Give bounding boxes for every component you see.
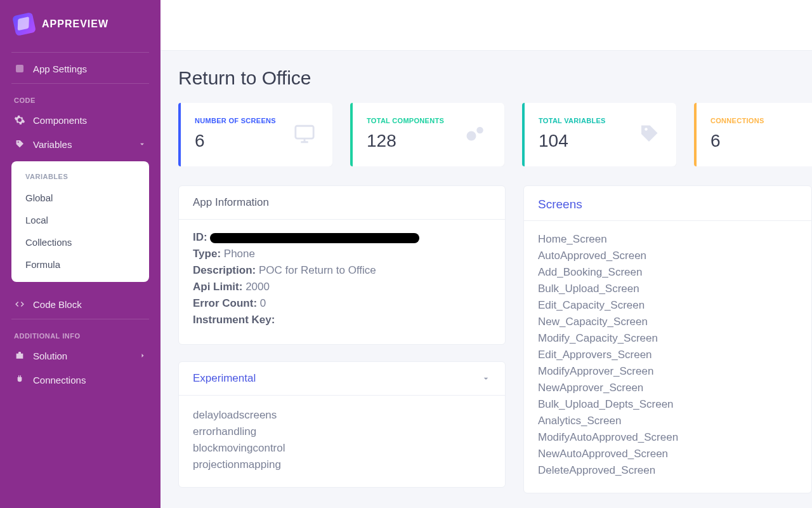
experimental-item: projectionmapping <box>193 457 491 473</box>
screen-item[interactable]: Analytics_Screen <box>538 413 797 429</box>
sidebar-item-components[interactable]: Components <box>0 108 160 132</box>
chevron-right-icon <box>139 352 147 359</box>
kv-type: Type: Phone <box>193 248 491 260</box>
plug-icon <box>14 374 25 385</box>
sidebar-heading-code: CODE <box>0 88 160 108</box>
sidebar-item-code-block[interactable]: Code Block <box>0 292 160 316</box>
screen-item[interactable]: ModifyApprover_Screen <box>538 363 797 380</box>
gear-icon <box>14 114 25 126</box>
sidebar-item-label: Variables <box>33 139 72 150</box>
kv-description: Description: POC for Return to Office <box>193 264 491 277</box>
screen-item[interactable]: Edit_Approvers_Screen <box>538 347 797 363</box>
stat-label: CONNECTIONS <box>710 117 764 124</box>
screen-item[interactable]: Add_Booking_Screen <box>538 264 797 281</box>
svg-rect-1 <box>296 126 313 138</box>
screen-item[interactable]: DeleteApproved_Screen <box>538 462 797 479</box>
panel-header-app-info[interactable]: App Information <box>179 186 505 220</box>
kv-id: ID: <box>193 231 491 244</box>
stat-value: 104 <box>539 131 606 151</box>
topbar <box>160 0 812 51</box>
sidebar-item-label: Connections <box>33 375 86 385</box>
submenu-item-global[interactable]: Global <box>11 187 149 209</box>
screen-item[interactable]: New_Capacity_Screen <box>538 314 797 330</box>
screen-item[interactable]: NewApprover_Screen <box>538 380 797 396</box>
stat-value: 6 <box>195 131 276 151</box>
sidebar-heading-additional: ADDITIONAL INFO <box>0 323 160 344</box>
experimental-item: errorhandling <box>193 424 491 440</box>
divider <box>11 52 149 53</box>
stat-label: TOTAL COMPONENTS <box>367 117 444 124</box>
main: Return to Office NUMBER OF SCREENS 6 TOT… <box>160 0 812 508</box>
submenu-item-local[interactable]: Local <box>11 209 149 231</box>
kv-error-count: Error Count: 0 <box>193 297 491 310</box>
sidebar-item-label: Solution <box>33 351 67 361</box>
gears-icon <box>461 123 489 145</box>
briefcase-icon <box>14 350 25 361</box>
page-title: Return to Office <box>178 67 812 89</box>
stat-label: NUMBER OF SCREENS <box>195 117 276 124</box>
experimental-panel: Experimental delayloadscreens errorhandl… <box>178 361 506 488</box>
chevron-down-icon <box>138 140 147 149</box>
variables-submenu: VARIABLES Global Local Collections Formu… <box>11 161 149 282</box>
screen-item[interactable]: NewAutoApproved_Screen <box>538 446 797 462</box>
stat-value: 6 <box>710 131 764 151</box>
sidebar-item-solution[interactable]: Solution <box>0 344 160 368</box>
sidebar-item-label: Code Block <box>33 299 82 310</box>
stat-card-variables: TOTAL VARIABLES 104 <box>522 103 676 166</box>
stat-card-connections: CONNECTIONS 6 <box>694 103 812 166</box>
sidebar-item-connections[interactable]: Connections <box>0 368 160 392</box>
svg-point-3 <box>476 127 483 134</box>
svg-rect-0 <box>16 65 23 72</box>
tag-icon <box>14 138 25 150</box>
content: Return to Office NUMBER OF SCREENS 6 TOT… <box>160 51 812 506</box>
panel-header-experimental[interactable]: Experimental <box>179 362 505 396</box>
tag-icon <box>637 123 661 145</box>
sidebar-item-variables[interactable]: Variables <box>0 132 160 156</box>
redacted-id <box>210 233 419 243</box>
screen-item[interactable]: Bulk_Upload_Depts_Screen <box>538 396 797 413</box>
screen-item[interactable]: Bulk_Upload_Screen <box>538 281 797 297</box>
screen-item[interactable]: Modify_Capacity_Screen <box>538 330 797 347</box>
app-icon <box>14 63 25 74</box>
screen-item[interactable]: AutoApproved_Screen <box>538 248 797 264</box>
brand-title: APPREVIEW <box>42 18 108 30</box>
submenu-heading: VARIABLES <box>11 170 149 187</box>
stat-row: NUMBER OF SCREENS 6 TOTAL COMPONENTS 128 <box>178 103 812 166</box>
panel-title: Experimental <box>193 372 256 385</box>
stat-label: TOTAL VARIABLES <box>539 117 606 124</box>
code-icon <box>14 298 25 310</box>
svg-point-2 <box>467 131 476 141</box>
divider <box>11 319 149 319</box>
stat-value: 128 <box>367 131 444 151</box>
submenu-item-formula[interactable]: Formula <box>11 253 149 276</box>
submenu-item-collections[interactable]: Collections <box>11 231 149 253</box>
sidebar: APPREVIEW App Settings CODE Components V… <box>0 0 160 508</box>
monitor-icon <box>292 123 317 145</box>
chevron-down-icon <box>481 373 491 384</box>
panel-header-screens[interactable]: Screens <box>524 186 811 221</box>
brand-logo-icon <box>12 12 36 36</box>
screen-item[interactable]: ModifyAutoApproved_Screen <box>538 429 797 446</box>
experimental-item: blockmovingcontrol <box>193 440 491 457</box>
sidebar-item-label: Components <box>33 115 87 126</box>
sidebar-item-label: App Settings <box>33 64 87 74</box>
app-info-panel: App Information ID: Type: Phone Descript… <box>178 185 506 345</box>
stat-card-screens: NUMBER OF SCREENS 6 <box>178 103 332 166</box>
experimental-item: delayloadscreens <box>193 407 491 424</box>
kv-api-limit: Api Limit: 2000 <box>193 281 491 293</box>
divider <box>11 83 149 84</box>
screens-panel: Screens Home_ScreenAutoApproved_ScreenAd… <box>523 185 812 493</box>
brand[interactable]: APPREVIEW <box>0 0 160 50</box>
screen-item[interactable]: Home_Screen <box>538 231 797 248</box>
stat-card-components: TOTAL COMPONENTS 128 <box>350 103 504 166</box>
kv-instrument-key: Instrument Key: <box>193 314 491 326</box>
sidebar-item-app-settings[interactable]: App Settings <box>0 57 160 81</box>
screen-item[interactable]: Edit_Capacity_Screen <box>538 297 797 314</box>
